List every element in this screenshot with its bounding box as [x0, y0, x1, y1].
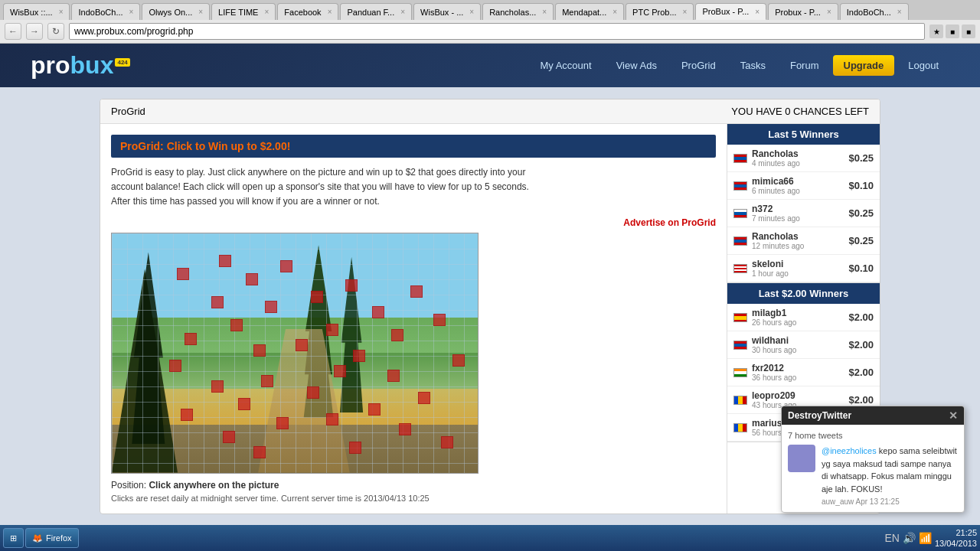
taskbar-firefox[interactable]: 🦊 Firefox — [25, 528, 79, 548]
last2-winner-amount-2: $2.00 — [848, 367, 874, 378]
winner-amount-1: $0.10 — [848, 180, 874, 191]
last2-winner-time-1: 30 hours ago — [752, 346, 844, 354]
last2-header: Last $2.00 Winners — [727, 283, 880, 304]
browser-icons: ★ ■ ■ — [929, 24, 975, 38]
browser-tab-2[interactable]: Olwys On...× — [142, 3, 210, 20]
grid-overlay — [112, 233, 478, 473]
position-label: Position: — [111, 480, 146, 491]
browser-tab-4[interactable]: Facebook× — [277, 3, 338, 20]
last2-winner-info-2: fxr2012 36 hours ago — [752, 363, 844, 382]
winner-name-2[interactable]: n372 — [752, 204, 844, 214]
last2-winner-amount-1: $2.00 — [848, 339, 874, 350]
forward-button[interactable]: → — [26, 23, 43, 40]
red-cell-32 — [223, 431, 235, 443]
notification-popup: DestroyTwitter ✕ 7 home tweets @ineezhol… — [781, 406, 965, 513]
red-cell-31 — [399, 423, 411, 435]
nav-viewads[interactable]: View Ads — [606, 55, 668, 76]
network-icon[interactable]: 📶 — [919, 532, 932, 544]
browser-tab-8[interactable]: Mendapat...× — [555, 3, 624, 20]
last2-winner-info-0: milagb1 26 hours ago — [752, 308, 844, 327]
grid-container[interactable] — [111, 233, 479, 474]
progrid-banner: ProGrid: Click to Win up to $2.00! — [111, 135, 716, 158]
red-cell-29 — [326, 413, 338, 425]
browser-tab-11[interactable]: Probux - P...× — [768, 3, 838, 20]
red-cell-26 — [238, 398, 250, 410]
last2-winner-time-0: 26 hours ago — [752, 318, 844, 327]
winner-flag-3 — [733, 236, 747, 246]
winner-name-3[interactable]: Rancholas — [752, 231, 844, 242]
nav-upgrade[interactable]: Upgrade — [833, 55, 895, 76]
winner-time-0: 4 minutes ago — [752, 159, 844, 168]
last2-winner-flag-0 — [733, 313, 747, 322]
clock-time: 21:25 — [935, 527, 977, 538]
firefox-icon: 🦊 — [32, 533, 43, 543]
notif-header: DestroyTwitter ✕ — [782, 406, 964, 425]
browser-tab-3[interactable]: LIFE TIME× — [211, 3, 276, 20]
winner-info-1: mimica66 6 minutes ago — [752, 176, 844, 195]
last2-winner-name-2[interactable]: fxr2012 — [752, 363, 844, 373]
nav-myaccount[interactable]: My Account — [529, 55, 602, 76]
last2-winner-time-2: 36 hours ago — [752, 373, 844, 382]
winner-amount-2: $0.25 — [848, 207, 874, 219]
page-title: ProGrid — [111, 106, 145, 117]
red-cell-7 — [211, 296, 224, 308]
logo[interactable]: probux424 — [31, 51, 130, 80]
nav-logout[interactable]: Logout — [897, 55, 949, 76]
last5-winner-row-4: skeloni 1 hour ago $0.10 — [727, 255, 880, 282]
winner-time-3: 12 minutes ago — [752, 242, 844, 250]
winner-name-4[interactable]: skeloni — [752, 259, 844, 269]
reload-button[interactable]: ↻ — [47, 23, 64, 40]
description: ProGrid is easy to play. Just click anyw… — [111, 165, 716, 210]
red-cell-25 — [418, 392, 430, 404]
ext-icon[interactable]: ■ — [946, 24, 959, 38]
advertise-progrid-link[interactable]: Advertise on ProGrid — [623, 217, 716, 228]
browser-tab-0[interactable]: WisBux ::...× — [3, 3, 70, 20]
red-cell-8 — [265, 301, 277, 313]
start-button[interactable]: ⊞ — [3, 528, 24, 548]
logo-badge: 424 — [115, 58, 129, 67]
winner-time-2: 7 minutes ago — [752, 214, 844, 223]
winner-name-0[interactable]: Rancholas — [752, 148, 844, 159]
notif-body: 7 home tweets @ineezholices kepo sama se… — [782, 425, 964, 512]
nav-tasks[interactable]: Tasks — [730, 55, 776, 76]
winner-time-4: 1 hour ago — [752, 269, 844, 278]
winner-amount-0: $0.25 — [848, 152, 874, 164]
winner-flag-2 — [733, 209, 747, 218]
last5-header: Last 5 Winners — [727, 124, 880, 145]
star-icon[interactable]: ★ — [929, 24, 943, 38]
last2-winner-name-0[interactable]: milagb1 — [752, 308, 844, 318]
red-cell-23 — [211, 380, 224, 393]
ext-icon2[interactable]: ■ — [962, 24, 975, 38]
nav-progrid[interactable]: ProGrid — [671, 55, 727, 76]
browser-tab-1[interactable]: IndoBoCh...× — [71, 3, 140, 20]
winner-name-1[interactable]: mimica66 — [752, 176, 844, 187]
red-cell-20 — [334, 365, 346, 377]
back-button[interactable]: ← — [5, 23, 21, 40]
nav-forum[interactable]: Forum — [779, 55, 830, 76]
browser-tab-6[interactable]: WisBux - ...× — [413, 3, 481, 20]
main-layout: ProGrid: Click to Win up to $2.00! ProGr… — [100, 124, 880, 514]
notif-tweet: @ineezholices kepo sama seleibtwit yg sa… — [788, 445, 958, 506]
red-cell-0 — [219, 255, 231, 267]
chances-text: YOU HAVE 0 CHANCES LEFT — [731, 106, 869, 117]
red-cell-34 — [349, 442, 361, 454]
red-cell-11 — [230, 319, 243, 331]
notif-close-button[interactable]: ✕ — [949, 410, 958, 421]
address-input[interactable] — [69, 23, 925, 40]
winner-flag-0 — [733, 154, 747, 163]
last2-winner-name-1[interactable]: wildhani — [752, 335, 844, 346]
browser-tab-10[interactable]: ProBux - P...× — [695, 3, 766, 20]
browser-tab-12[interactable]: IndoBoCh...× — [840, 3, 909, 20]
last2-winner-name-3[interactable]: leopro209 — [752, 390, 844, 401]
notif-mention[interactable]: @ineezholices — [822, 446, 877, 455]
browser-tab-5[interactable]: Panduan F...× — [340, 3, 412, 20]
winner-info-2: n372 7 minutes ago — [752, 204, 844, 223]
red-cell-24 — [307, 386, 319, 399]
last5-winner-row-3: Rancholas 12 minutes ago $0.25 — [727, 227, 880, 255]
browser-tab-9[interactable]: PTC Prob...× — [626, 3, 694, 20]
browser-tab-7[interactable]: Rancholas...× — [482, 3, 554, 20]
red-cell-5 — [410, 285, 423, 298]
last2-winner-flag-1 — [733, 341, 747, 350]
volume-icon[interactable]: 🔊 — [903, 532, 916, 544]
reset-info: Clicks are reset daily at midnight serve… — [111, 494, 716, 503]
